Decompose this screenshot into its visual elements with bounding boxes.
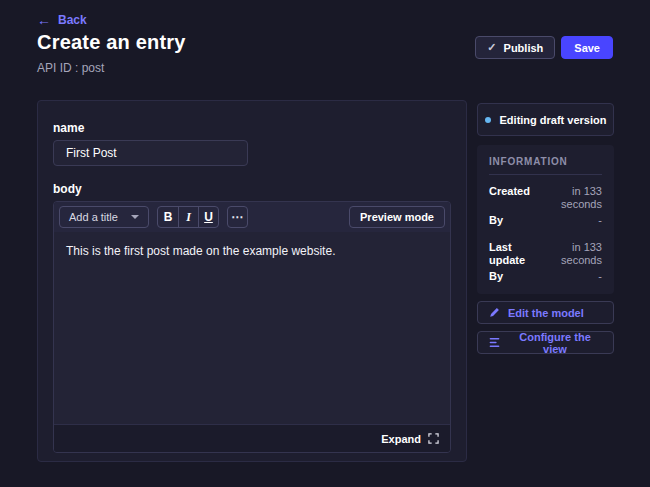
chevron-down-icon xyxy=(131,215,139,219)
arrow-left-icon: ← xyxy=(37,14,51,26)
expand-icon[interactable] xyxy=(428,433,439,444)
underline-button[interactable]: U xyxy=(198,207,218,227)
divider xyxy=(489,174,602,175)
check-icon: ✓ xyxy=(487,41,496,54)
title-style-select[interactable]: Add a title xyxy=(59,206,149,228)
api-id-subtitle: API ID : post xyxy=(37,61,104,75)
expand-button[interactable]: Expand xyxy=(381,433,421,445)
right-sidebar: Editing draft version INFORMATION Create… xyxy=(477,103,614,354)
entry-form-card: name First Post body Add a title B I U ⋯… xyxy=(37,100,467,462)
name-input[interactable]: First Post xyxy=(53,140,248,166)
publish-button[interactable]: ✓ Publish xyxy=(475,36,555,59)
information-title: INFORMATION xyxy=(489,156,602,167)
rich-text-editor: Add a title B I U ⋯ Preview mode This is… xyxy=(53,201,451,453)
info-row-last-update: Last update in 133 seconds xyxy=(489,241,602,267)
configure-view-button[interactable]: Configure the view xyxy=(477,331,614,354)
title-style-select-value: Add a title xyxy=(69,211,118,223)
list-icon xyxy=(489,337,500,348)
italic-button[interactable]: I xyxy=(178,207,198,227)
info-row-updated-by: By - xyxy=(489,270,602,283)
editor-footer: Expand xyxy=(54,424,450,452)
page-title: Create an entry xyxy=(37,31,186,54)
configure-view-label: Configure the view xyxy=(508,331,602,355)
edit-model-label: Edit the model xyxy=(508,307,584,319)
body-content-text: This is the first post made on the examp… xyxy=(66,244,335,258)
info-row-created-by: By - xyxy=(489,214,602,227)
info-row-created: Created in 133 seconds xyxy=(489,185,602,211)
publish-label: Publish xyxy=(504,42,544,54)
more-formats-button[interactable]: ⋯ xyxy=(227,206,248,228)
ellipsis-icon: ⋯ xyxy=(231,210,244,224)
back-link[interactable]: ← Back xyxy=(37,13,87,27)
body-field-label: body xyxy=(53,182,451,196)
draft-status-label: Editing draft version xyxy=(500,114,607,126)
header-actions: ✓ Publish Save xyxy=(475,36,613,59)
format-button-group: B I U xyxy=(157,206,219,228)
draft-status-badge: Editing draft version xyxy=(477,103,614,136)
name-field-label: name xyxy=(53,121,451,135)
name-input-value: First Post xyxy=(66,146,117,160)
editor-toolbar: Add a title B I U ⋯ Preview mode xyxy=(54,202,450,232)
draft-dot-icon xyxy=(485,117,491,123)
save-button[interactable]: Save xyxy=(561,36,613,59)
pencil-icon xyxy=(489,307,500,318)
back-label: Back xyxy=(58,13,87,27)
preview-mode-button[interactable]: Preview mode xyxy=(349,206,445,228)
bold-button[interactable]: B xyxy=(158,207,178,227)
body-editor-textarea[interactable]: This is the first post made on the examp… xyxy=(54,232,450,424)
edit-model-button[interactable]: Edit the model xyxy=(477,301,614,324)
information-panel: INFORMATION Created in 133 seconds By - … xyxy=(477,145,614,294)
